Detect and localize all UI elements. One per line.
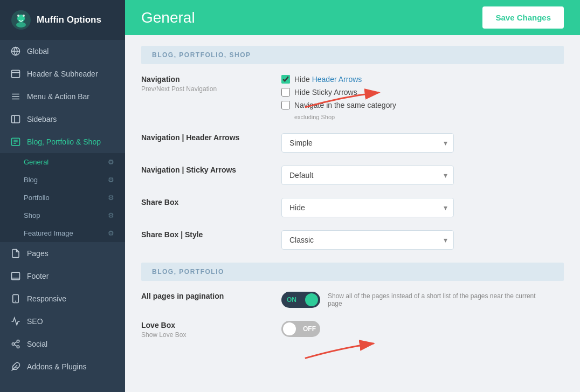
navigation-section: Navigation Prev/Next Post Navigation Hid… (141, 75, 564, 120)
navigate-same-label: Navigate in the same category (294, 101, 396, 109)
sidebar-item-social[interactable]: Social (0, 333, 125, 355)
navigation-control: Hide Header Arrows Hide Sticky Arrows Na… (281, 75, 564, 120)
sidebar-item-footer[interactable]: Footer (0, 265, 125, 287)
hide-sticky-arrows-row[interactable]: Hide Sticky Arrows (281, 88, 564, 97)
sidebar-item-menu[interactable]: Menu & Action Bar (0, 85, 125, 108)
nav-sticky-arrows-control: Default Simple None ▾ (281, 166, 564, 185)
navigate-same-category-row[interactable]: Navigate in the same category (281, 101, 564, 109)
sidebar-item-global-label: Global (27, 47, 49, 56)
sidebar-item-seo[interactable]: SEO (0, 310, 125, 333)
sidebar-subitem-portfolio[interactable]: Portfolio ⚙ (0, 189, 125, 207)
svg-rect-18 (12, 272, 20, 280)
sidebar-item-header[interactable]: Header & Subheader (0, 63, 125, 85)
navigate-same-category-checkbox[interactable] (281, 101, 290, 109)
share-box-control: Hide Show ▾ (281, 198, 564, 217)
section-header-1: BLOG, PORTFOLIO, SHOP (141, 46, 564, 64)
sidebar-item-responsive[interactable]: Responsive (0, 287, 125, 310)
pagination-title: All pages in pagination (141, 292, 271, 300)
svg-point-2 (16, 22, 26, 27)
sidebar-subitem-general[interactable]: General ⚙ (0, 153, 125, 171)
svg-point-3 (17, 15, 19, 17)
navigation-sublabel: Prev/Next Post Navigation (141, 85, 271, 93)
sidebar-item-seo-label: SEO (27, 317, 43, 326)
share-box-select[interactable]: Hide Show (281, 198, 454, 217)
svg-point-23 (12, 343, 15, 346)
toggle-knob-on (305, 293, 318, 306)
share-box-style-title: Share Box | Style (141, 230, 271, 239)
sidebar-icon (11, 114, 20, 124)
social-icon (11, 339, 20, 349)
sidebar-item-pages-label: Pages (27, 249, 49, 258)
hide-sticky-arrows-checkbox[interactable] (281, 88, 290, 97)
pagination-desc: Show all of the pages instead of a short… (328, 292, 543, 307)
toggle-on-label: ON (287, 296, 296, 304)
responsive-icon (11, 294, 20, 304)
sidebar-item-blog[interactable]: Blog, Portfolio & Shop (0, 130, 125, 153)
svg-point-22 (17, 340, 19, 343)
love-box-section: Love Box Show Love Box OFF (141, 321, 564, 339)
page-title: General (141, 9, 195, 26)
sidebar-subitem-blog[interactable]: Blog ⚙ (0, 171, 125, 189)
svg-point-24 (17, 346, 19, 348)
logo-text: Muffin Options (37, 15, 101, 25)
svg-rect-12 (12, 115, 20, 123)
subitem-shop-label: Shop (24, 211, 40, 219)
svg-line-25 (14, 345, 17, 346)
nav-header-arrows-label: Navigation | Header Arrows (141, 133, 271, 143)
share-box-style-select[interactable]: Classic Modern (281, 230, 454, 250)
sidebar-item-menu-label: Menu & Action Bar (27, 92, 89, 101)
sidebar-item-footer-label: Footer (27, 272, 49, 280)
svg-line-26 (14, 342, 17, 343)
sidebar-item-sidebars[interactable]: Sidebars (0, 108, 125, 130)
sidebar-item-header-label: Header & Subheader (27, 70, 98, 78)
pagination-label: All pages in pagination (141, 292, 271, 302)
gear-icon-portfolio: ⚙ (108, 194, 114, 202)
sidebar-item-addons-label: Addons & Plugins (27, 362, 87, 371)
love-box-toggle[interactable]: OFF (281, 321, 320, 337)
hide-header-arrows-checkbox[interactable] (281, 75, 290, 84)
sidebar-logo[interactable]: Muffin Options (0, 0, 125, 40)
nav-sticky-arrows-select[interactable]: Default Simple None (281, 166, 454, 185)
pagination-row: All pages in pagination ON Show all of t… (141, 292, 564, 308)
blog-submenu: General ⚙ Blog ⚙ Portfolio ⚙ Shop ⚙ Feat… (0, 153, 125, 242)
share-box-style-select-wrap: Classic Modern ▾ (281, 230, 454, 250)
sidebar-item-social-label: Social (27, 340, 47, 348)
save-button[interactable]: Save Changes (482, 6, 564, 29)
sidebar: Muffin Options Global Header & Subheader… (0, 0, 125, 392)
share-box-select-wrap: Hide Show ▾ (281, 198, 454, 217)
share-box-label: Share Box (141, 198, 271, 208)
pagination-toggle[interactable]: ON (281, 292, 320, 308)
subitem-general-label: General (24, 158, 49, 166)
nav-header-arrows-row: Navigation | Header Arrows Simple Defaul… (141, 133, 564, 153)
sidebar-item-addons[interactable]: Addons & Plugins (0, 355, 125, 378)
nav-header-arrows-control: Simple Default None ▾ (281, 133, 564, 153)
seo-icon (11, 317, 20, 326)
sidebar-item-blog-label: Blog, Portfolio & Shop (27, 137, 101, 146)
nav-header-arrows-select-wrap: Simple Default None ▾ (281, 133, 454, 153)
logo-icon (11, 10, 31, 30)
svg-rect-7 (12, 70, 20, 78)
nav-header-arrows-title: Navigation | Header Arrows (141, 133, 271, 142)
menu-icon (11, 92, 20, 101)
sidebar-subitem-featured-image[interactable]: Featured Image ⚙ (0, 224, 125, 242)
sidebar-item-responsive-label: Responsive (27, 294, 66, 303)
header-arrows-label: Header Arrows (312, 75, 362, 84)
nav-sticky-arrows-row: Navigation | Sticky Arrows Default Simpl… (141, 166, 564, 185)
blog-icon (11, 137, 20, 147)
svg-point-4 (23, 15, 25, 17)
love-box-control: OFF (281, 321, 564, 337)
sidebar-item-sidebars-label: Sidebars (27, 115, 57, 123)
subitem-blog-label: Blog (24, 176, 38, 184)
sidebar-subitem-shop[interactable]: Shop ⚙ (0, 207, 125, 224)
love-box-sublabel: Show Love Box (141, 331, 271, 339)
sidebar-item-global[interactable]: Global (0, 40, 125, 63)
content-area: BLOG, PORTFOLIO, SHOP Navigation Prev/Ne… (125, 35, 580, 392)
nav-header-arrows-select[interactable]: Simple Default None (281, 133, 454, 153)
share-box-title: Share Box (141, 198, 271, 207)
hide-header-arrows-row[interactable]: Hide Header Arrows (281, 75, 564, 84)
navigation-row: Navigation Prev/Next Post Navigation Hid… (141, 75, 564, 120)
toggle-knob-off (283, 322, 296, 335)
sidebar-item-pages[interactable]: Pages (0, 242, 125, 265)
header-icon (11, 69, 20, 79)
gear-icon-general: ⚙ (108, 158, 114, 166)
